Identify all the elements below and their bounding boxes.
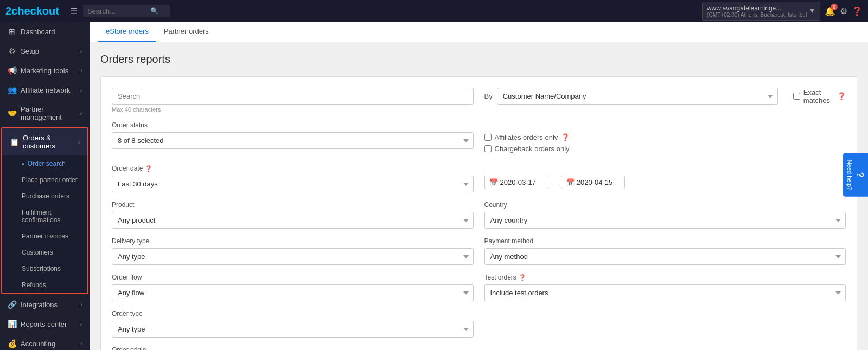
sidebar-item-refunds[interactable]: Refunds bbox=[2, 277, 87, 293]
sidebar-item-partner-management[interactable]: 🤝 Partner management › bbox=[0, 100, 90, 127]
help-button[interactable]: ❓ bbox=[852, 6, 863, 16]
chargeback-only-checkbox[interactable] bbox=[484, 145, 492, 152]
order-origin-row: Order origin Any origin bbox=[112, 346, 846, 350]
tab-partner-orders[interactable]: Partner orders bbox=[156, 22, 216, 42]
settings-button[interactable]: ⚙ bbox=[840, 6, 847, 16]
global-search-input[interactable] bbox=[87, 7, 147, 15]
order-date-col: Order date ❓ Last 30 days bbox=[112, 165, 474, 192]
test-orders-select[interactable]: Include test orders bbox=[484, 284, 846, 301]
account-timezone: (GMT+02:00) Athens, Bucharest, Istanbul bbox=[707, 12, 807, 18]
sidebar-item-customers[interactable]: Customers bbox=[2, 244, 87, 261]
country-select[interactable]: Any country bbox=[484, 212, 846, 229]
order-status-select[interactable]: 8 of 8 selected bbox=[112, 132, 474, 149]
date-from-input[interactable] bbox=[500, 178, 544, 186]
tab-estore-orders[interactable]: eStore orders bbox=[98, 22, 156, 42]
order-date-select[interactable]: Last 30 days bbox=[112, 176, 474, 192]
order-flow-label: Order flow bbox=[112, 274, 474, 281]
sidebar-item-purchase-orders[interactable]: Purchase orders bbox=[2, 188, 87, 204]
main-layout: ⊞ Dashboard ⚙ Setup › 📢 Marketing tools … bbox=[0, 22, 868, 350]
exact-matches-checkbox[interactable] bbox=[793, 93, 800, 100]
date-to-wrap[interactable]: 📅 bbox=[561, 176, 625, 189]
sidebar-item-label: Dashboard bbox=[21, 28, 55, 36]
order-status-row: Order status 8 of 8 selected Affiliates … bbox=[112, 121, 846, 156]
help-icon[interactable]: ❓ bbox=[837, 92, 846, 100]
sub-item-label: Customers bbox=[22, 249, 53, 256]
affiliate-icon: 👥 bbox=[8, 86, 16, 94]
product-select[interactable]: Any product bbox=[112, 212, 474, 229]
orders-reports-form: Max 40 characters By Customer Name/Compa… bbox=[100, 76, 857, 350]
order-type-label: Order type bbox=[112, 310, 474, 317]
search-hint: Max 40 characters bbox=[112, 106, 474, 113]
calendar-icon: 📅 bbox=[566, 178, 575, 186]
delivery-type-select[interactable]: Any type bbox=[112, 248, 474, 265]
sub-item-label: Partner invoices bbox=[22, 232, 68, 240]
hamburger-icon[interactable]: ☰ bbox=[70, 6, 78, 16]
exact-matches-row: Exact matches ❓ bbox=[782, 88, 846, 105]
order-flow-select[interactable]: Any flow bbox=[112, 284, 474, 301]
orders-submenu: Order search Place partner order Purchas… bbox=[2, 155, 87, 293]
order-status-label: Order status bbox=[112, 121, 474, 129]
sub-item-label: Order search bbox=[28, 160, 66, 167]
by-col: By Customer Name/Company Exact matches ❓ bbox=[484, 88, 846, 105]
chevron-right-icon: › bbox=[80, 68, 82, 74]
product-label: Product bbox=[112, 201, 474, 209]
chevron-right-icon: › bbox=[80, 48, 82, 54]
sub-item-label: Fulfillment confirmations bbox=[22, 209, 80, 224]
top-right-controls: www.avangatelearninge... (GMT+02:00) Ath… bbox=[702, 2, 863, 21]
search-col: Max 40 characters bbox=[112, 88, 474, 113]
sidebar: ⊞ Dashboard ⚙ Setup › 📢 Marketing tools … bbox=[0, 22, 90, 350]
order-type-select[interactable]: Any type bbox=[112, 321, 474, 338]
sidebar-item-affiliate-network[interactable]: 👥 Affiliate network › bbox=[0, 80, 90, 100]
tabs-bar: eStore orders Partner orders bbox=[90, 22, 868, 42]
sidebar-item-label: Integrations bbox=[21, 301, 58, 309]
delivery-payment-row: Delivery type Any type Payment method An… bbox=[112, 237, 846, 265]
payment-method-label: Payment method bbox=[484, 237, 846, 245]
order-type-col: Order type Any type bbox=[112, 310, 474, 338]
date-from-wrap[interactable]: 📅 bbox=[484, 176, 548, 189]
by-select[interactable]: Customer Name/Company bbox=[497, 88, 778, 105]
chargeback-only-label: Chargeback orders only bbox=[495, 145, 570, 153]
sidebar-item-order-search[interactable]: Order search bbox=[2, 155, 87, 172]
test-orders-label: Test orders ❓ bbox=[484, 274, 846, 281]
order-flow-col: Order flow Any flow bbox=[112, 274, 474, 301]
order-date-help-icon[interactable]: ❓ bbox=[145, 165, 152, 172]
chevron-right-icon: › bbox=[80, 87, 82, 93]
sidebar-item-reports-center[interactable]: 📊 Reports center › bbox=[0, 314, 90, 334]
account-dropdown[interactable]: www.avangatelearninge... (GMT+02:00) Ath… bbox=[702, 2, 820, 21]
sidebar-item-subscriptions[interactable]: Subscriptions bbox=[2, 261, 87, 277]
payment-method-col: Payment method Any method bbox=[484, 237, 846, 265]
country-label: Country bbox=[484, 201, 846, 209]
calendar-icon: 📅 bbox=[489, 178, 498, 186]
page-title: Orders reports bbox=[100, 53, 857, 66]
sidebar-item-accounting[interactable]: 💰 Accounting › bbox=[0, 334, 90, 350]
chevron-right-icon: › bbox=[80, 341, 82, 347]
sub-item-label: Purchase orders bbox=[22, 192, 69, 200]
affiliates-only-checkbox[interactable] bbox=[484, 134, 492, 141]
sidebar-item-label: Orders & customers bbox=[23, 134, 74, 150]
global-search-bar[interactable]: 🔍 bbox=[83, 5, 170, 17]
need-help-widget[interactable]: ? Need help? bbox=[843, 153, 868, 197]
sidebar-item-integrations[interactable]: 🔗 Integrations › bbox=[0, 295, 90, 314]
sidebar-item-label: Setup bbox=[21, 47, 39, 55]
order-search-input[interactable] bbox=[112, 88, 474, 105]
account-name: www.avangatelearninge... bbox=[707, 4, 807, 12]
payment-method-select[interactable]: Any method bbox=[484, 248, 846, 265]
sidebar-item-label: Accounting bbox=[21, 340, 55, 348]
sidebar-item-partner-invoices[interactable]: Partner invoices bbox=[2, 228, 87, 244]
help-icon[interactable]: ❓ bbox=[561, 133, 570, 141]
delivery-type-label: Delivery type bbox=[112, 237, 474, 245]
sidebar-item-label: Partner management bbox=[21, 105, 76, 121]
chevron-down-icon: ‹ bbox=[78, 139, 80, 145]
date-to-input[interactable] bbox=[577, 178, 620, 186]
affiliates-only-label: Affiliates orders only bbox=[495, 133, 558, 141]
sidebar-item-fulfillment-confirmations[interactable]: Fulfillment confirmations bbox=[2, 204, 87, 228]
sidebar-item-setup[interactable]: ⚙ Setup › bbox=[0, 41, 90, 61]
test-orders-help-icon[interactable]: ❓ bbox=[519, 274, 526, 281]
sidebar-item-place-partner-order[interactable]: Place partner order bbox=[2, 172, 87, 188]
sidebar-item-marketing-tools[interactable]: 📢 Marketing tools › bbox=[0, 61, 90, 80]
sidebar-item-orders-customers[interactable]: 📋 Orders & customers ‹ bbox=[2, 128, 87, 155]
affiliates-col: Affiliates orders only ❓ Chargeback orde… bbox=[484, 121, 846, 156]
notifications-button[interactable]: 🔔 6 bbox=[825, 6, 835, 16]
marketing-icon: 📢 bbox=[8, 66, 16, 75]
sidebar-item-dashboard[interactable]: ⊞ Dashboard bbox=[0, 22, 90, 41]
